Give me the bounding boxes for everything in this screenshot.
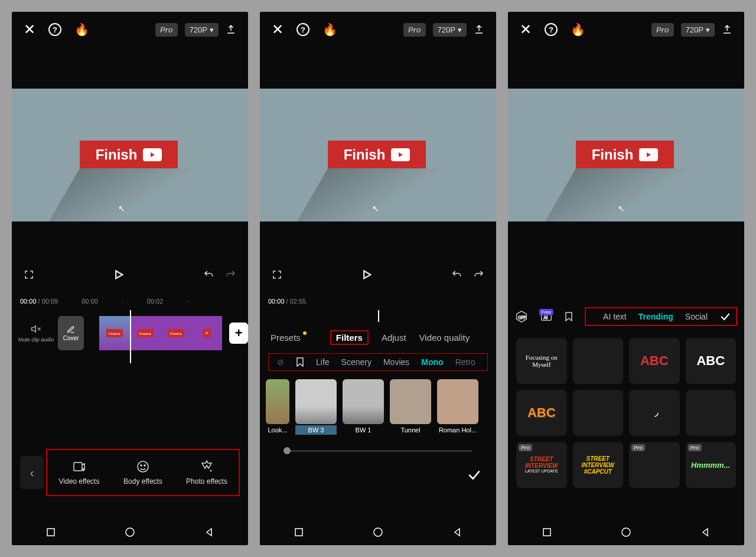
bookmark-icon[interactable] (296, 357, 304, 367)
pro-badge[interactable]: Pro (155, 23, 178, 37)
fire-icon[interactable]: 🔥 (571, 22, 585, 37)
text-style-bar: OFF AIFree AI text Trending Social (508, 301, 744, 332)
redo-icon[interactable] (474, 269, 484, 280)
export-icon[interactable] (474, 24, 484, 35)
filter-thumb[interactable]: BW 3 (295, 379, 337, 435)
text-tile[interactable]: ProSTREET INTERVIEWLATEST UPDATE (516, 442, 567, 488)
filter-thumb[interactable]: Roman Hol... (437, 379, 478, 435)
body-effects-button[interactable]: Body effects (111, 450, 175, 495)
nav-back-icon[interactable] (204, 527, 214, 537)
close-icon[interactable]: ✕ (24, 21, 35, 38)
play-icon[interactable] (362, 270, 372, 279)
clip-tile[interactable]: Finish ▸ (99, 316, 130, 350)
undo-icon[interactable] (451, 269, 462, 280)
play-icon[interactable] (114, 270, 123, 279)
nav-home-icon[interactable] (621, 527, 631, 538)
export-icon[interactable] (226, 24, 236, 35)
text-tile[interactable] (629, 390, 680, 436)
slider-knob[interactable] (284, 447, 291, 454)
nav-back-icon[interactable] (700, 527, 710, 537)
svg-point-6 (126, 528, 134, 536)
clip-tile[interactable]: Finish ▸ (161, 316, 191, 350)
help-icon[interactable]: ? (545, 23, 558, 36)
pro-badge[interactable]: Pro (403, 23, 426, 37)
tab-presets[interactable]: Presets (271, 333, 301, 343)
filter-thumb[interactable]: Tunnel (390, 379, 431, 435)
tab-ai-text[interactable]: AI text (603, 312, 627, 321)
ai-tool-icon[interactable]: AIFree (540, 310, 553, 323)
playhead[interactable] (130, 310, 131, 363)
nav-back-icon[interactable] (452, 527, 462, 537)
intensity-slider[interactable] (284, 450, 472, 452)
cat-mono[interactable]: Mono (421, 357, 443, 367)
text-tile[interactable]: STREETINTERVIEW#CAPCUT (573, 442, 624, 488)
confirm-icon[interactable] (719, 311, 731, 323)
text-tile[interactable]: ABC (629, 338, 680, 384)
tab-adjust[interactable]: Adjust (382, 333, 406, 343)
video-effects-button[interactable]: Video effects (47, 450, 111, 495)
cat-scenery[interactable]: Scenery (341, 357, 372, 367)
cover-tile[interactable]: Cover (58, 316, 84, 350)
resolution-dropdown[interactable]: 720P▾ (433, 23, 467, 37)
help-icon[interactable]: ? (296, 23, 309, 36)
fullscreen-icon[interactable] (24, 269, 34, 280)
resolution-dropdown[interactable]: 720P▾ (185, 23, 219, 37)
fullscreen-icon[interactable] (272, 269, 282, 280)
tab-trending[interactable]: Trending (638, 312, 673, 321)
add-clip-button[interactable]: + (229, 323, 248, 344)
confirm-icon[interactable] (467, 467, 482, 483)
preview-area[interactable]: Finish ↖ (12, 89, 248, 222)
playback-controls (12, 257, 248, 292)
youtube-icon (391, 148, 410, 161)
pro-badge[interactable]: Pro (651, 23, 674, 37)
tab-filters[interactable]: Filters (330, 330, 369, 345)
cat-movies[interactable]: Movies (383, 357, 409, 367)
preview-area[interactable]: Finish ↖ (260, 89, 496, 222)
text-tile[interactable]: ProHmmmm... (686, 442, 737, 488)
tab-social[interactable]: Social (685, 312, 708, 321)
svg-rect-7 (295, 529, 302, 536)
text-tile[interactable]: ABC (686, 338, 737, 384)
playhead[interactable] (378, 310, 379, 322)
export-icon[interactable] (722, 24, 732, 35)
undo-icon[interactable] (203, 269, 214, 280)
clip-tile[interactable]: Finish ▸ (130, 316, 161, 350)
filter-thumb[interactable]: BW 1 (343, 379, 384, 435)
text-tile[interactable]: Pro (629, 442, 680, 488)
bookmark-icon[interactable] (565, 312, 573, 321)
back-button[interactable]: ‹ (20, 456, 44, 489)
finish-overlay: Finish (576, 141, 674, 168)
nav-recent-icon[interactable] (294, 527, 304, 537)
cat-life[interactable]: Life (316, 357, 330, 367)
nav-home-icon[interactable] (373, 527, 383, 538)
fire-icon[interactable]: 🔥 (322, 22, 337, 37)
nav-recent-icon[interactable] (542, 527, 552, 537)
text-tile[interactable] (686, 390, 737, 436)
text-tile[interactable]: ABC (516, 390, 567, 436)
clip-tile[interactable]: Fi (191, 316, 222, 350)
mute-audio-button[interactable]: Mute clip audio (18, 324, 54, 343)
nav-recent-icon[interactable] (46, 527, 56, 537)
preview-area[interactable]: Finish ↖ (508, 89, 744, 222)
notification-dot (303, 331, 307, 335)
photo-effects-button[interactable]: Photo effects (175, 450, 239, 495)
close-icon[interactable]: ✕ (272, 21, 284, 38)
help-icon[interactable]: ? (48, 23, 61, 36)
nav-home-icon[interactable] (125, 527, 135, 538)
svg-text:OFF: OFF (519, 315, 526, 320)
text-tile[interactable]: Focusing on Myself (516, 338, 567, 384)
timeline[interactable]: Mute clip audio Cover Finish ▸ Finish ▸ … (12, 310, 248, 363)
close-icon[interactable]: ✕ (520, 21, 532, 38)
text-tile[interactable] (573, 338, 624, 384)
filter-thumb[interactable]: Look... (266, 379, 289, 435)
filter-thumbs[interactable]: Look... BW 3 BW 1 Tunnel Roman Hol... (260, 371, 496, 443)
text-tile[interactable] (573, 390, 624, 436)
off-icon[interactable]: OFF (515, 310, 528, 323)
none-icon[interactable]: ⊘ (277, 357, 284, 367)
fire-icon[interactable]: 🔥 (74, 22, 89, 37)
cat-retro[interactable]: Retro (455, 357, 475, 367)
tab-video-quality[interactable]: Video quality (419, 333, 470, 343)
text-templates-grid: Focusing on Myself ABC ABC ABC ProSTREET… (508, 332, 744, 494)
resolution-dropdown[interactable]: 720P▾ (681, 23, 715, 37)
redo-icon[interactable] (226, 269, 236, 280)
